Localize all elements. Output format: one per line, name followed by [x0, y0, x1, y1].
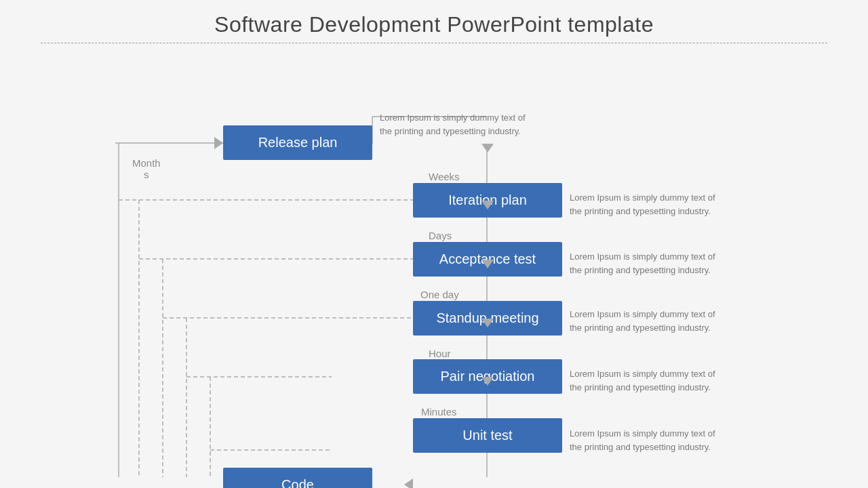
page-title: Software Development PowerPoint template [0, 0, 868, 43]
arrow-down-5 [481, 377, 494, 386]
desc-standup: Lorem Ipsum is simply dummy text of the … [570, 308, 726, 334]
desc-pair: Lorem Ipsum is simply dummy text of the … [570, 367, 726, 394]
time-label-days: Days [429, 230, 452, 241]
arrow-down-2 [481, 201, 494, 209]
arrow-down-3 [481, 260, 494, 268]
desc-acceptance: Lorem Ipsum is simply dummy text of the … [570, 250, 726, 277]
code-box: Code [223, 468, 372, 488]
time-label-weeks: Weeks [429, 171, 460, 182]
arrow-right-release [214, 137, 223, 149]
arrow-down-1 [481, 144, 494, 152]
time-label-minutes: Minutes [421, 406, 457, 418]
desc-release: Lorem Ipsum is simply dummy text of the … [380, 111, 536, 138]
release-plan-box: Release plan [223, 125, 372, 160]
main-content: Release plan Weeks Iteration plan Days A… [0, 43, 868, 477]
desc-iteration: Lorem Ipsum is simply dummy text of the … [570, 191, 726, 218]
time-label-months: Months [132, 157, 161, 180]
arrow-down-4 [481, 319, 494, 327]
unit-test-box: Unit test [413, 418, 562, 453]
desc-unit: Lorem Ipsum is simply dummy text of the … [570, 427, 726, 453]
arrow-left-code [404, 479, 413, 488]
time-label-hour: Hour [429, 348, 451, 359]
time-label-oneday: One day [420, 289, 459, 300]
